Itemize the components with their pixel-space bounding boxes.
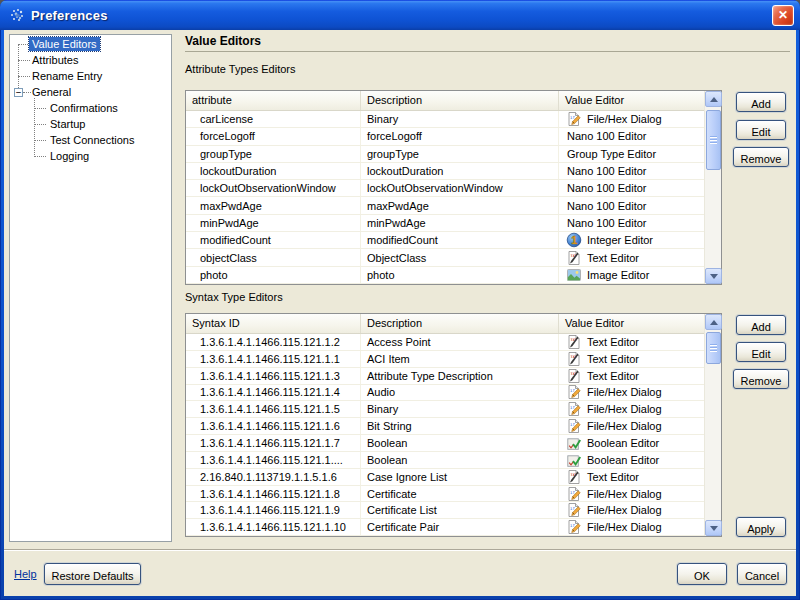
table-row[interactable]: photophotoImage Editor [186, 267, 721, 284]
syntax-id-cell: 1.3.6.1.4.1.1466.115.121.1.... [186, 452, 361, 468]
syntax-id-cell: 1.3.6.1.4.1.1466.115.121.1.1 [186, 351, 361, 367]
column-header[interactable]: Description [361, 314, 559, 333]
table-row[interactable]: 1.3.6.1.4.1.1466.115.121.1.5BinaryifFile… [186, 401, 721, 418]
close-icon: ✕ [778, 8, 788, 22]
tree-connector-line [34, 140, 46, 141]
table-row[interactable]: minPwdAgeminPwdAgeNano 100 Editor [186, 215, 721, 232]
tree-item-attributes[interactable]: Attributes [29, 53, 81, 68]
value-editor-label: Nano 100 Editor [567, 165, 647, 177]
close-button[interactable]: ✕ [772, 5, 794, 26]
attribute-cell: minPwdAge [186, 215, 361, 231]
description-cell: Audio [361, 385, 559, 401]
tree-item-test-connections[interactable]: Test Connections [47, 133, 137, 148]
tree-connector-line [34, 156, 46, 157]
table-row[interactable]: 1.3.6.1.4.1.1466.115.121.1.2Access Point… [186, 334, 721, 351]
table-row[interactable]: lockoutDurationlockoutDurationNano 100 E… [186, 163, 721, 180]
table-row[interactable]: 1.3.6.1.4.1.1466.115.121.1.10Certificate… [186, 519, 721, 536]
attribute-cell: modifiedCount [186, 232, 361, 248]
cancel-button[interactable]: Cancel [737, 563, 787, 585]
syntax-id-cell: 1.3.6.1.4.1.1466.115.121.1.3 [186, 368, 361, 384]
apply-button[interactable]: Apply [736, 517, 786, 537]
table-row[interactable]: maxPwdAgemaxPwdAgeNano 100 Editor [186, 197, 721, 214]
description-cell: forceLogoff [361, 128, 559, 144]
attribute-cell: lockoutDuration [186, 163, 361, 179]
scroll-up-button[interactable] [705, 91, 722, 107]
table-row[interactable]: 1.3.6.1.4.1.1466.115.121.1.8Certificatei… [186, 486, 721, 503]
attribute-edit-button[interactable]: Edit [736, 120, 786, 140]
column-header[interactable]: Value Editor [559, 314, 704, 333]
table-row[interactable]: objectClassObjectClassTXTText Editor [186, 249, 721, 266]
description-cell: Boolean [361, 452, 559, 468]
value-editor-cell: TXTText Editor [559, 368, 704, 384]
scrollbar-thumb[interactable] [706, 332, 721, 364]
table-row[interactable]: carLicenseBinaryifFile/Hex Dialog [186, 111, 721, 128]
description-cell: Binary [361, 111, 559, 127]
table-row[interactable]: modifiedCountmodifiedCount1Integer Edito… [186, 232, 721, 249]
value-editor-label: Text Editor [587, 336, 639, 348]
syntax-remove-button[interactable]: Remove [733, 369, 789, 389]
value-editor-label: Text Editor [587, 353, 639, 365]
value-editor-cell: ifFile/Hex Dialog [559, 111, 704, 127]
tree-collapse-toggle[interactable]: − [14, 88, 23, 97]
tree-item-general[interactable]: General [29, 85, 74, 100]
table-row[interactable]: 1.3.6.1.4.1.1466.115.121.1.3Attribute Ty… [186, 368, 721, 385]
column-header[interactable]: Value Editor [559, 91, 704, 110]
description-cell: Boolean [361, 435, 559, 451]
table-row[interactable]: 1.3.6.1.4.1.1466.115.121.1.1ACI ItemTXTT… [186, 351, 721, 368]
table-row[interactable]: 1.3.6.1.4.1.1466.115.121.1.9Certificate … [186, 502, 721, 519]
column-header[interactable]: Syntax ID [186, 314, 361, 333]
table-row[interactable]: 1.3.6.1.4.1.1466.115.121.1.4AudioifFile/… [186, 385, 721, 402]
table-row[interactable]: forceLogoffforceLogoffNano 100 Editor [186, 128, 721, 145]
tree-item-logging[interactable]: Logging [47, 149, 92, 164]
help-link[interactable]: Help [14, 568, 37, 580]
description-cell: Binary [361, 401, 559, 417]
attribute-remove-button[interactable]: Remove [733, 147, 789, 167]
scroll-up-button[interactable] [705, 314, 722, 330]
tree-item-startup[interactable]: Startup [47, 117, 88, 132]
tree-item-rename-entry[interactable]: Rename Entry [29, 69, 105, 84]
description-cell: modifiedCount [361, 232, 559, 248]
app-icon [9, 7, 25, 23]
value-editor-cell: ifFile/Hex Dialog [559, 502, 704, 518]
table-row[interactable]: 1.3.6.1.4.1.1466.115.121.1.7BooleanBoole… [186, 435, 721, 452]
table-row[interactable]: 2.16.840.1.113719.1.1.5.1.6Case Ignore L… [186, 469, 721, 486]
table-row[interactable]: groupTypegroupTypeGroup Type Editor [186, 146, 721, 163]
table-header: attributeDescriptionValue Editor [186, 91, 721, 111]
table-header: Syntax IDDescriptionValue Editor [186, 314, 721, 334]
column-header[interactable]: Description [361, 91, 559, 110]
window-title: Preferences [31, 8, 108, 23]
value-editor-cell: ifFile/Hex Dialog [559, 418, 704, 434]
attribute-add-button[interactable]: Add [736, 92, 786, 112]
description-cell: Case Ignore List [361, 469, 559, 485]
column-header[interactable]: attribute [186, 91, 361, 110]
syntax-add-button[interactable]: Add [736, 315, 786, 335]
vertical-scrollbar[interactable] [704, 91, 721, 284]
syntax-edit-button[interactable]: Edit [736, 342, 786, 362]
value-editor-label: Nano 100 Editor [567, 182, 647, 194]
value-editor-label: Nano 100 Editor [567, 200, 647, 212]
syntax-id-cell: 1.3.6.1.4.1.1466.115.121.1.5 [186, 401, 361, 417]
footer-separator [4, 549, 796, 551]
ok-button[interactable]: OK [677, 563, 727, 585]
tree-item-confirmations[interactable]: Confirmations [47, 101, 121, 116]
attribute-cell: objectClass [186, 249, 361, 265]
value-editor-cell: 1Integer Editor [559, 232, 704, 248]
value-editor-cell: ifFile/Hex Dialog [559, 486, 704, 502]
description-cell: ObjectClass [361, 249, 559, 265]
vertical-scrollbar[interactable] [704, 314, 721, 536]
titlebar[interactable]: Preferences ✕ [0, 0, 800, 30]
value-editor-cell: ifFile/Hex Dialog [559, 519, 704, 535]
restore-defaults-button[interactable]: Restore Defaults [44, 563, 141, 585]
tree-item-value-editors[interactable]: Value Editors [29, 37, 100, 52]
table-row[interactable]: 1.3.6.1.4.1.1466.115.121.1....BooleanBoo… [186, 452, 721, 469]
text-icon: TXT [566, 368, 582, 384]
syntax-id-cell: 1.3.6.1.4.1.1466.115.121.1.2 [186, 334, 361, 350]
syntax-id-cell: 2.16.840.1.113719.1.1.5.1.6 [186, 469, 361, 485]
table-row[interactable]: lockOutObservationWindowlockOutObservati… [186, 180, 721, 197]
table-row[interactable]: 1.3.6.1.4.1.1466.115.121.1.6Bit Stringif… [186, 418, 721, 435]
syntax-editors-table: Syntax IDDescriptionValue Editor1.3.6.1.… [185, 313, 722, 537]
value-editor-label: Nano 100 Editor [567, 217, 647, 229]
scroll-down-button[interactable] [705, 520, 722, 536]
scroll-down-button[interactable] [705, 268, 722, 284]
scrollbar-thumb[interactable] [706, 110, 721, 170]
